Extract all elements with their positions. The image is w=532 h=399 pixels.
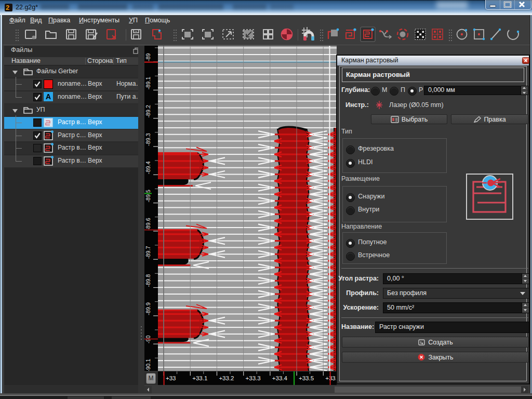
svg-text:+33.2: +33.2 <box>219 375 234 381</box>
svg-text:-89.5: -89.5 <box>145 190 151 203</box>
svg-text:-89.7: -89.7 <box>145 246 151 259</box>
svg-text:+33.6: +33.6 <box>325 375 337 381</box>
svg-text:-89.3: -89.3 <box>145 133 151 146</box>
svg-text:-89.6: -89.6 <box>145 218 151 231</box>
svg-text:-90.1: -90.1 <box>145 359 151 371</box>
svg-text:+33.1: +33.1 <box>192 375 207 381</box>
svg-text:-89: -89 <box>145 53 151 61</box>
svg-text:-89.8: -89.8 <box>145 274 151 287</box>
svg-text:+33: +33 <box>166 375 176 381</box>
svg-text:-89.4: -89.4 <box>145 162 151 175</box>
svg-text:+33.3: +33.3 <box>246 375 261 381</box>
svg-text:-89.9: -89.9 <box>145 302 151 315</box>
svg-text:-89.2: -89.2 <box>145 105 151 118</box>
svg-text:-89.1: -89.1 <box>145 77 151 90</box>
svg-text:+33.5: +33.5 <box>299 375 314 381</box>
svg-text:+33.4: +33.4 <box>272 375 288 381</box>
